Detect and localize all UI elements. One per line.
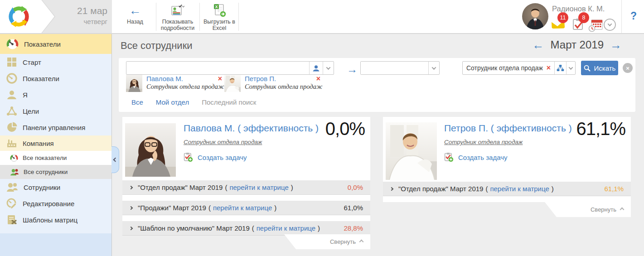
next-month-arrow[interactable]: → — [610, 39, 622, 51]
matrix-row[interactable]: "Шаблон по умолчанию" Март 2019 ( перейт… — [122, 221, 370, 236]
sidebar-item-start[interactable]: Старт — [0, 54, 111, 70]
remove-filter-icon[interactable]: × — [547, 64, 551, 72]
help-button[interactable]: ? — [627, 10, 640, 22]
employee-dropdown-button[interactable] — [323, 62, 334, 74]
gauge-mini-icon — [10, 154, 18, 162]
role-dropdown-button[interactable] — [566, 62, 575, 74]
export-excel-button[interactable]: X Выгрузить в Excel — [201, 4, 237, 31]
remove-chip-icon[interactable]: × — [316, 75, 320, 82]
topbar-separator — [621, 0, 622, 33]
matrix-row[interactable]: "Отдел продаж" Март 2019 ( перейти к мат… — [122, 180, 370, 195]
chip-employee-role: Сотрудник отдела продаж — [146, 83, 224, 91]
role-filter-value: Сотрудник отдела продаж — [466, 64, 543, 72]
expand-chevron-icon[interactable] — [129, 226, 133, 230]
employee-search-input-group — [126, 61, 334, 75]
back-arrow-icon: ← — [129, 5, 141, 16]
sidebar-item-employees[interactable]: Сотрудники — [0, 179, 111, 195]
goto-matrix-link[interactable]: перейти к матрице — [490, 185, 549, 193]
remove-chip-icon[interactable]: × — [218, 75, 222, 82]
back-label: Назад — [119, 19, 151, 25]
sidebar-label: Показатели — [23, 75, 59, 82]
selected-employee-chip: Павлова М. Сотрудник отдела продаж × — [126, 75, 222, 92]
sidebar-item-all-employees[interactable]: Все сотрудники — [0, 165, 111, 179]
page-title: Все сотрудники — [121, 40, 193, 52]
collapse-card-button[interactable]: Свернуть — [545, 202, 631, 217]
show-details-button[interactable]: Показывать подробности — [159, 4, 197, 31]
sidebar-item-editing[interactable]: Редактирование — [0, 195, 111, 212]
factory-icon — [6, 138, 17, 149]
clear-icon: × — [626, 65, 629, 72]
chip-photo — [126, 75, 142, 92]
goto-matrix-link[interactable]: перейти к матрице — [213, 204, 272, 212]
quick-link-my-department[interactable]: Мой отдел — [156, 98, 189, 106]
user-name[interactable]: Радионов К. М. — [552, 5, 605, 13]
create-task-link[interactable]: Создать задачу — [184, 152, 247, 162]
sidebar-label: Редактирование — [23, 200, 74, 208]
expand-chevron-icon[interactable] — [129, 185, 133, 189]
matrix-row-value: 61,1% — [604, 185, 624, 193]
sidebar-label: Шаблоны матриц — [23, 216, 77, 224]
quick-link-all[interactable]: Все — [131, 98, 143, 106]
back-button[interactable]: ← Назад — [119, 4, 151, 31]
show-details-label: Показывать подробности — [159, 19, 197, 32]
top-bar: 21 мар четверг ← Назад Показывать подроб… — [0, 0, 644, 34]
search-button[interactable]: Искать — [581, 61, 618, 75]
org-structure-button[interactable] — [554, 62, 566, 74]
date-day: 21 мар — [77, 5, 107, 16]
sidebar-item-pokazateli[interactable]: Показатели — [0, 70, 111, 87]
chip-employee-role: Сотрудник отдела продаж — [245, 83, 322, 91]
quick-link-last-search: Последний поиск — [202, 98, 256, 106]
sidebar-item-goals[interactable]: Цели — [0, 103, 111, 119]
current-date: 21 мар четверг — [77, 5, 107, 25]
chip-employee-name[interactable]: Павлова М. — [146, 75, 183, 82]
sidebar-footer-area — [0, 233, 111, 256]
sidebar-item-all-indicators[interactable]: Все показатели — [0, 151, 111, 165]
sidebar-label: Сотрудники — [24, 184, 60, 191]
employee-card-title[interactable]: Павлова М. ( эффективность ) — [184, 123, 319, 134]
employee-photo — [386, 122, 437, 180]
sidebar-item-company[interactable]: Компания — [0, 135, 111, 151]
app-logo-icon[interactable] — [6, 4, 31, 29]
target-dropdown-button[interactable] — [428, 62, 439, 74]
sidebar-label: Все показатели — [23, 155, 67, 161]
expand-chevron-icon[interactable] — [390, 187, 393, 190]
employee-search-input[interactable] — [126, 62, 309, 74]
sidebar-collapse-handle[interactable] — [111, 146, 119, 173]
sidebar-label: Старт — [23, 58, 41, 66]
employee-card-role[interactable]: Сотрудник отдела продаж — [444, 139, 523, 145]
sidebar-item-pokazateli-active[interactable]: Показатели — [0, 34, 111, 54]
sidebar-label: Показатели — [24, 40, 61, 48]
collapse-card-button[interactable]: Свернуть — [284, 234, 370, 249]
prev-month-arrow[interactable]: ← — [533, 39, 544, 51]
sidebar-item-matrix-templates[interactable]: Шаблоны матриц — [0, 212, 111, 228]
clear-search-button[interactable]: × — [623, 63, 633, 73]
matrix-row[interactable]: "Отдел продаж" Март 2019 ( перейти к мат… — [383, 182, 631, 196]
pie-chart-icon — [6, 122, 17, 133]
goto-matrix-link[interactable]: перейти к матрице — [229, 184, 288, 191]
gauge-icon — [6, 38, 19, 50]
period-navigator: ← Март 2019 → — [533, 39, 622, 51]
expand-chevron-icon[interactable] — [129, 206, 133, 209]
matrix-row-title: "Отдел продаж" Март 2019 — [138, 184, 223, 191]
employee-card-role[interactable]: Сотрудник отдела продаж — [184, 139, 262, 145]
user-menu-chevron[interactable] — [604, 19, 616, 31]
chevron-left-icon — [113, 158, 117, 162]
user-avatar[interactable] — [522, 3, 548, 29]
paren: ) — [274, 204, 276, 212]
sidebar-item-dashboards[interactable]: Панели управления — [0, 119, 111, 135]
goto-matrix-link[interactable]: перейти к матрице — [257, 224, 315, 232]
matrix-row-title: "Продажи" Март 2019 — [138, 204, 206, 212]
create-task-link[interactable]: Создать задачу — [444, 152, 507, 162]
efficiency-value: 61,1% — [576, 119, 625, 139]
person-picker-button[interactable] — [309, 62, 323, 74]
matrix-row[interactable]: "Продажи" Март 2019 ( перейти к матрице … — [122, 201, 370, 215]
role-filter-group: Сотрудник отдела продаж × — [462, 61, 576, 75]
target-input[interactable] — [361, 62, 428, 74]
chevron-up-icon — [359, 240, 364, 244]
matrix-row-title: "Отдел продаж" Март 2019 — [398, 185, 483, 193]
chip-employee-name[interactable]: Петров П. — [245, 75, 276, 82]
sidebar-item-me[interactable]: Я — [0, 87, 111, 103]
employee-photo — [125, 123, 176, 177]
calendar-clock-icon[interactable] — [588, 19, 603, 32]
employee-card-title[interactable]: Петров П. ( эффективность ) — [444, 123, 572, 134]
